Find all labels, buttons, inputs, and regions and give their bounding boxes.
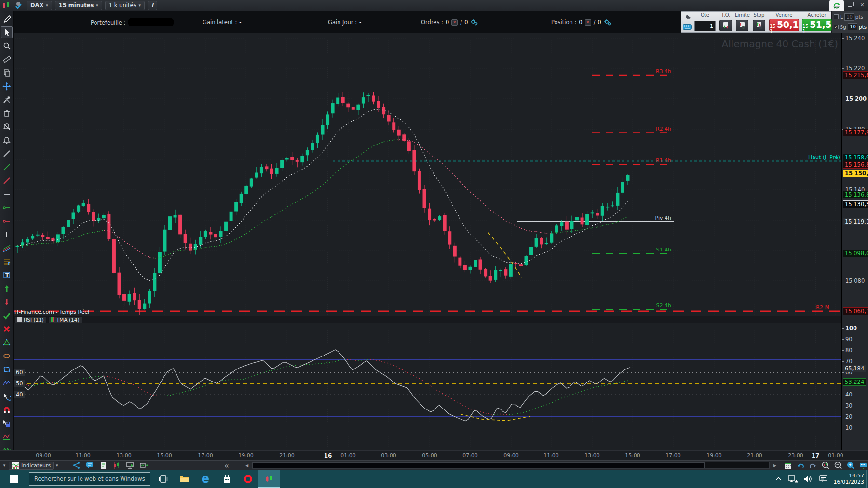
fib-tool[interactable]: F	[1, 256, 13, 267]
cursor-tool[interactable]	[1, 26, 13, 38]
share-button[interactable]	[72, 462, 80, 469]
units-dropdown[interactable]: 1 k unités▾	[105, 1, 145, 10]
ellipse-tool[interactable]	[1, 350, 13, 362]
chevrons-left-icon[interactable]: «	[223, 461, 231, 470]
buy-button[interactable]: 15 151,5	[802, 19, 832, 31]
trading-app-icon	[265, 475, 273, 483]
tools-tool[interactable]	[1, 94, 13, 106]
settings-wrench-icon[interactable]	[683, 14, 691, 21]
chat-button[interactable]	[86, 462, 94, 469]
keyboard-shortcut-button[interactable]	[859, 462, 867, 469]
bottom-toolbar: ▾ Indicateurs ▾ « ◀ ▶	[0, 460, 868, 470]
bell-off-tool[interactable]	[1, 121, 13, 132]
network-icon[interactable]	[788, 475, 798, 483]
rsi-plot[interactable]	[14, 323, 841, 450]
start-button[interactable]	[0, 470, 27, 488]
limit-pts-input[interactable]	[844, 13, 854, 21]
main-chart-area[interactable]: Allemagne 40 Cash (1€)R3 4hR2 4hR1 4hPiv…	[14, 33, 841, 316]
candles-button[interactable]	[113, 462, 121, 469]
zoom-in-button[interactable]	[847, 462, 854, 469]
redo-button[interactable]	[809, 462, 817, 469]
timeframe-dropdown[interactable]: 15 minutes▾	[55, 1, 102, 10]
line-gray-tool[interactable]	[1, 148, 13, 159]
undo-button[interactable]	[797, 462, 804, 469]
trading-app-button[interactable]	[258, 470, 280, 488]
move-tool[interactable]	[1, 80, 13, 92]
notes-button[interactable]	[99, 462, 107, 469]
info-button[interactable]: i	[148, 1, 157, 10]
export-chart-button[interactable]	[140, 462, 148, 469]
close-position-icon[interactable]: ✕	[585, 19, 591, 26]
text-tool[interactable]: T	[1, 269, 13, 281]
trend-tool[interactable]	[1, 242, 13, 254]
edge-browser-button[interactable]: e	[195, 470, 216, 488]
trailing-stop-checkbox[interactable]: ✓	[834, 25, 839, 29]
line-green-tool[interactable]	[1, 161, 13, 173]
triangle-tool[interactable]	[1, 337, 13, 348]
magnifier-tool[interactable]	[1, 40, 13, 52]
minimize-button[interactable]	[833, 1, 841, 8]
cursor-undo-tool[interactable]	[1, 391, 13, 402]
limit-checkbox[interactable]	[834, 14, 839, 19]
arrow-down-tool[interactable]	[1, 296, 13, 308]
task-view-button[interactable]	[152, 470, 174, 488]
chart-scrollbar[interactable]	[252, 462, 770, 469]
pen-check-icon[interactable]	[14, 1, 24, 10]
instrument-dropdown[interactable]: DAX▾	[27, 1, 52, 10]
position-gear-icon[interactable]	[604, 19, 611, 26]
candlestick-plot[interactable]: Allemagne 40 Cash (1€)R3 4hR2 4hR1 4hPiv…	[14, 33, 841, 316]
taskbar-clock[interactable]: 14:5716/01/2023	[834, 473, 864, 485]
stop-order-button[interactable]	[753, 20, 765, 31]
close-button[interactable]: ✕	[858, 1, 866, 8]
hline-red-tool[interactable]	[1, 215, 13, 227]
legend-item-label: TMA (14)	[56, 317, 80, 323]
ruler-tool[interactable]	[1, 53, 13, 65]
trash-tool[interactable]	[1, 107, 13, 119]
bell-tool[interactable]	[1, 134, 13, 146]
zoom-out-button[interactable]	[834, 462, 842, 469]
trailing-stop-pts-input[interactable]	[848, 23, 857, 30]
taskbar-search-input[interactable]: Rechercher sur le web et dans Windows	[29, 472, 150, 486]
zigzag-rg-tool[interactable]	[1, 431, 13, 443]
copy-tool[interactable]	[1, 67, 13, 79]
zoom-candles-button[interactable]	[822, 462, 829, 469]
notification-icon[interactable]	[819, 475, 827, 483]
show-desktop-button[interactable]	[866, 470, 868, 488]
line-red-tool[interactable]	[1, 175, 13, 186]
lock-tool[interactable]	[1, 418, 13, 429]
hline-tool[interactable]	[1, 188, 13, 200]
windows-store-button[interactable]	[216, 470, 237, 488]
file-explorer-button[interactable]	[174, 470, 195, 488]
tray-chevron-up-icon[interactable]	[775, 477, 782, 481]
cancel-orders-icon[interactable]: ✕	[451, 19, 458, 26]
indicators-dropdown-caret[interactable]: ▾	[54, 461, 60, 470]
scroll-left-arrow[interactable]: ◀	[244, 461, 250, 470]
calendar-button[interactable]	[784, 462, 792, 469]
check-tool[interactable]	[1, 310, 13, 321]
price-axis[interactable]: 15 24015 22015 20015 18015 14015 08015 2…	[841, 33, 868, 450]
quantity-input[interactable]	[694, 21, 716, 31]
restore-button[interactable]	[846, 1, 854, 8]
arrow-up-tool[interactable]	[1, 283, 13, 294]
opera-browser-button[interactable]	[237, 470, 258, 488]
rsi-panel[interactable]	[14, 323, 841, 450]
rect-tool[interactable]	[1, 364, 13, 375]
scrollbar-thumb[interactable]	[252, 462, 705, 468]
hline-green-tool[interactable]	[1, 202, 13, 213]
pencil-tool[interactable]	[1, 13, 13, 25]
indicators-button[interactable]: Indicateurs	[9, 462, 54, 470]
sell-button[interactable]: 15 150,1	[769, 19, 799, 31]
limit-order-button[interactable]	[736, 20, 748, 31]
scroll-right-arrow[interactable]: ▶	[772, 461, 778, 470]
cross-tool[interactable]	[1, 323, 13, 335]
zigzag-tool[interactable]	[1, 377, 13, 389]
vline-tool[interactable]	[1, 229, 13, 240]
screen-share-button[interactable]	[126, 462, 134, 469]
time-axis[interactable]: 09:0011:0013:0015:0017:0019:0021:001601:…	[0, 450, 868, 460]
orders-gear-icon[interactable]	[470, 19, 478, 26]
to-order-button[interactable]	[719, 20, 732, 31]
keyboard-icon[interactable]	[683, 24, 692, 30]
volume-icon[interactable]	[804, 475, 813, 483]
magnet-tool[interactable]	[1, 404, 13, 416]
collapse-button[interactable]: ▾	[1, 461, 8, 470]
